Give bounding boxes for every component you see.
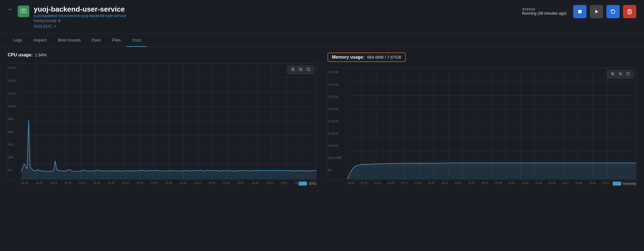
header-info: yuoj-backend-user-service yuoj-backend-m… [34,5,518,28]
cpu-x-1020: 10:20 [21,182,28,185]
tab-exec[interactable]: Exec [86,34,106,47]
cpu-y-axis: 160% 140% 120% 100% 80% 60% 40% 20% 0% [8,63,21,180]
mem-y-559: 5.59GB [328,95,345,98]
svg-line-48 [614,75,615,76]
svg-rect-4 [578,10,582,13]
mem-x-1031: 10:31 [441,182,448,185]
cpu-zoom-out-button[interactable] [298,67,304,73]
status-label: STATUS [522,8,567,11]
memory-title-box: Memory usage: 684.6MB / 7.67GB [328,53,406,62]
play-button[interactable] [590,5,603,18]
tab-inspect[interactable]: Inspect [28,34,52,47]
mem-x-1053: 10:53 [616,182,622,185]
cpu-y-160: 160% [8,66,19,69]
cpu-x-1045: 10:45 [223,182,230,185]
copy-id-icon[interactable]: ⧉ [58,19,61,23]
cpu-x-1029: 10:29 [93,182,100,185]
port-link[interactable]: 8102:8102 ↗ [34,24,518,28]
cpu-y-20: 20% [8,156,19,159]
mem-x-1054: 10:54 [629,182,636,185]
mem-y-373: 3.73GB [328,120,345,123]
mem-y-186: 1.86GB [328,144,345,147]
mem-y-953: 953.67MB [328,156,345,160]
memory-svg [347,68,636,180]
mem-x-1051: 10:51 [602,182,609,185]
container-name: yuoj-backend-user-service [34,5,518,14]
svg-line-14 [302,70,303,71]
cpu-x-1055: 10:55 [309,182,316,185]
cpu-x-1027: 10:27 [79,182,86,185]
mem-x-1040: 10:40 [508,182,515,185]
tab-stats[interactable]: Stats [126,34,147,47]
memory-chart-controls [607,70,634,79]
mem-x-1044: 10:44 [535,182,542,185]
cpu-y-40: 40% [8,143,19,146]
mem-x-1027: 10:27 [401,182,408,185]
stop-button[interactable] [573,5,587,18]
mem-x-1030: 10:30 [428,182,434,185]
memory-svg-area: 10:20 10:22 10:24 10:25 10:27 10:29 10:3… [347,68,636,180]
cpu-x-1042: 10:42 [194,182,201,185]
memory-reset-button[interactable] [625,71,631,77]
mem-x-1022: 10:22 [361,182,368,185]
cpu-value: 1.94% [35,53,47,57]
mem-x-1042: 10:42 [522,182,528,185]
restart-button[interactable] [606,5,620,18]
cpu-chart-panel: CPU usage: 1.94% 160% 140% 120% 100% 80%… [8,53,316,186]
memory-chart-container: 7.67GB 6.52GB 5.59GB 4.66GB 3.73GB 2.79G… [328,67,636,180]
tab-bind-mounts[interactable]: Bind mounts [52,34,86,47]
cpu-x-1053: 10:53 [295,182,302,185]
mem-x-1048: 10:48 [575,182,582,185]
memory-zoom-in-button[interactable] [610,71,616,77]
memory-zoom-out-button[interactable] [617,71,624,77]
mem-y-466: 4.66GB [328,107,345,111]
cpu-x-1050: 10:50 [266,182,273,185]
container-link[interactable]: yuoj-backend-microservice-yuoj-backend-u… [34,14,126,18]
cpu-y-140: 140% [8,79,19,82]
cpu-x-1022: 10:22 [36,182,43,185]
memory-chart-title-area: Memory usage: 684.6MB / 7.67GB [328,53,636,64]
mem-x-1025: 10:25 [388,182,394,185]
cpu-y-120: 120% [8,92,19,95]
memory-title-label: Memory usage: [332,55,364,59]
cpu-y-80: 80% [8,117,19,121]
cpu-svg: .gridline { stroke: #2e3240; stroke-widt… [21,63,316,180]
svg-marker-84 [347,163,636,179]
cpu-chart-container: 160% 140% 120% 100% 80% 60% 40% 20% 0% [8,63,316,180]
cpu-reset-button[interactable] [305,67,311,73]
mem-y-0: 0B [328,169,345,172]
cpu-x-axis: 10:20 10:22 10:24 10:25 10:27 10:29 10:3… [21,181,316,185]
back-button[interactable]: ← [8,6,13,12]
delete-button[interactable] [623,5,636,18]
cpu-y-0: 0% [8,169,19,172]
cpu-x-1033: 10:33 [137,182,143,185]
cpu-x-1038: 10:38 [165,182,172,185]
port-text: 8102:8102 [34,24,52,28]
svg-line-52 [621,75,622,76]
cpu-x-1030: 10:30 [108,182,115,185]
mem-x-1035: 10:35 [468,182,475,185]
cpu-x-1037: 10:37 [151,182,158,185]
cpu-chart-title: CPU usage: 1.94% [8,53,316,60]
container-icon [18,6,29,17]
mem-x-1033: 10:33 [455,182,462,185]
memory-chart-panel: Memory usage: 684.6MB / 7.67GB 7.67GB 6.… [328,53,636,186]
cpu-zoom-in-button[interactable] [290,67,296,73]
container-id-row: f09482215c86 ⧉ [34,19,518,23]
header: ← yuoj-backend-user-service yuoj-backend… [0,0,644,34]
mem-x-1029: 10:29 [414,182,421,185]
cpu-x-1047: 10:47 [237,182,244,185]
svg-line-10 [294,70,295,71]
cpu-x-1032: 10:32 [122,182,129,185]
cpu-x-1024: 10:24 [50,182,57,185]
mem-y-767: 7.67GB [328,70,345,74]
cpu-chart-controls [287,66,314,74]
tab-logs[interactable]: Logs [8,34,28,47]
external-link-icon: ↗ [53,24,56,28]
header-right: STATUS Running (36 minutes ago) [522,5,636,18]
cpu-x-1025: 10:25 [64,182,71,185]
mem-x-1037: 10:37 [481,182,488,185]
mem-x-1038: 10:38 [495,182,502,185]
memory-x-axis: 10:20 10:22 10:24 10:25 10:27 10:29 10:3… [347,181,636,185]
tab-files[interactable]: Files [107,34,127,47]
